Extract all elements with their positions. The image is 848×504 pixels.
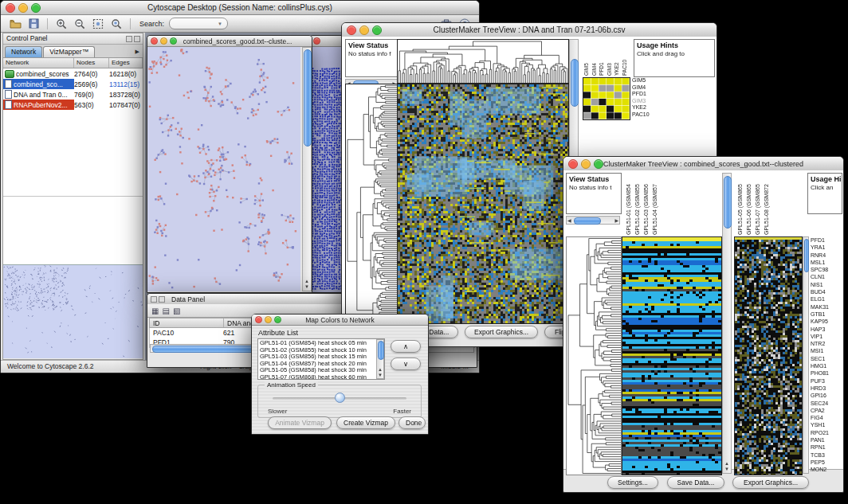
zoom-out-icon[interactable] <box>72 17 88 30</box>
attribute-item[interactable]: GPL51-04 (GSM857) heat shock 20 min <box>260 361 375 368</box>
gene-label[interactable]: YRA1 <box>811 244 842 251</box>
attribute-list[interactable]: GPL51-01 (GSM854) heat shock 05 minGPL51… <box>257 338 385 380</box>
open-folder-icon[interactable] <box>7 17 23 30</box>
minimize-button[interactable] <box>18 3 28 13</box>
create-vizmap-button[interactable]: Create Vizmap <box>336 416 395 429</box>
float-panel-icon[interactable] <box>151 296 157 303</box>
birdseye-view[interactable] <box>3 264 143 359</box>
close-button[interactable] <box>347 25 356 35</box>
matrix-row-label[interactable]: PAC10 <box>632 111 659 119</box>
done-button[interactable]: Done <box>398 416 426 429</box>
scroll-right-arrow[interactable]: ▶ <box>614 218 618 224</box>
treeview-dna-titlebar[interactable]: ClusterMaker TreeView : DNA and Tran 07-… <box>342 23 716 37</box>
gene-label[interactable]: GPI16 <box>811 392 842 399</box>
gene-label[interactable]: BUD4 <box>811 288 842 295</box>
gene-label[interactable]: TCB3 <box>811 451 842 459</box>
network-canvas[interactable] <box>147 47 300 291</box>
column-dendrogram[interactable] <box>397 39 569 84</box>
dialog-titlebar[interactable]: Map Colors to Network <box>252 315 428 326</box>
gene-label[interactable]: MAK31 <box>811 303 842 311</box>
close-button[interactable] <box>151 37 158 45</box>
network-list-row[interactable]: combined_scores2764(0)16218(0) <box>3 68 143 79</box>
main-titlebar[interactable]: Cytoscape Desktop (Session Name: collins… <box>1 1 479 15</box>
network-vertical-scrollbar[interactable]: ▲▼ <box>302 47 312 291</box>
settings-button[interactable]: Settings... <box>607 476 658 489</box>
gene-label[interactable]: PEP5 <box>811 459 842 466</box>
column-header-nodes[interactable]: Nodes <box>74 58 109 68</box>
network-list-row[interactable]: combined_sco...2569(6)13112(15) <box>3 79 143 89</box>
gene-label[interactable]: KAP95 <box>811 318 842 325</box>
gene-label[interactable]: RPO21 <box>811 429 842 436</box>
matrix-row-label[interactable]: GIM5 <box>632 77 659 84</box>
minimize-button[interactable] <box>359 25 369 35</box>
gene-label[interactable]: HRD3 <box>811 385 842 392</box>
export-graphics-button[interactable]: Export Graphics... <box>465 326 538 338</box>
scrollbar-thumb[interactable] <box>724 176 732 229</box>
minimize-button[interactable] <box>160 37 167 45</box>
gene-label[interactable]: RPN1 <box>811 443 842 451</box>
row-dendrogram[interactable] <box>566 236 622 475</box>
close-button[interactable] <box>255 316 262 323</box>
scrollbar-thumb[interactable] <box>571 59 579 107</box>
gene-label[interactable]: RNR4 <box>811 252 842 259</box>
gene-label[interactable]: NTR2 <box>811 340 842 347</box>
scrollbar-thumb[interactable] <box>304 49 312 147</box>
attribute-item[interactable]: GPL51-03 (GSM856) heat shock 15 min <box>260 354 375 361</box>
save-icon[interactable] <box>26 17 41 30</box>
network-list-row[interactable]: DNA and Tran 0...769(0)183728(0) <box>3 89 143 100</box>
matrix-row-label[interactable]: PFD1 <box>632 91 659 98</box>
attribute-item[interactable]: GPL51-02 (GSM855) heat shock 10 min <box>260 347 375 354</box>
close-button[interactable] <box>568 159 578 169</box>
close-button[interactable] <box>6 3 15 13</box>
export-graphics-button[interactable]: Export Graphics... <box>732 476 809 489</box>
scrollbar-thumb[interactable] <box>574 217 601 225</box>
search-input[interactable]: ▼ <box>169 18 228 29</box>
attribute-item[interactable]: GPL51-07 (GSM868) heat shock 60 min <box>260 374 375 380</box>
close-panel-icon[interactable] <box>159 296 165 303</box>
minimize-button[interactable] <box>581 159 591 169</box>
scrollbar-arrows[interactable]: ▲▼ <box>723 461 731 472</box>
tab-overflow-arrow[interactable]: ▶ <box>132 46 143 57</box>
save-data-button[interactable]: Save Data... <box>667 476 724 489</box>
gene-label[interactable]: HMG1 <box>811 362 842 369</box>
gene-label[interactable]: NIS1 <box>811 281 842 288</box>
close-button[interactable] <box>313 37 320 45</box>
gene-label[interactable]: FIG4 <box>811 414 842 421</box>
network-window-titlebar[interactable]: combined_scores_good.txt--cluste... <box>147 36 312 47</box>
attribute-select-icon[interactable]: ▦ <box>151 307 159 315</box>
column-header-edges[interactable]: Edges <box>109 58 143 68</box>
row-dendrogram[interactable] <box>345 84 398 324</box>
move-down-button[interactable]: ∨ <box>391 357 421 370</box>
zoom-fit-icon[interactable] <box>90 17 106 30</box>
matrix-row-label[interactable]: YKE2 <box>632 104 659 111</box>
gene-label[interactable]: SEC1 <box>811 355 842 362</box>
close-panel-icon[interactable] <box>134 36 140 42</box>
gene-label[interactable]: CLN1 <box>811 273 842 280</box>
gene-label[interactable]: HAP3 <box>811 326 842 333</box>
heatmap-vscrollbar[interactable]: ▲▼ <box>722 173 732 474</box>
gene-label[interactable]: MON2 <box>811 466 842 473</box>
column-header-network[interactable]: Network <box>3 58 74 68</box>
matrix-network-canvas[interactable] <box>310 47 345 292</box>
matrix-row-label[interactable]: GIM4 <box>632 84 659 92</box>
zoom-in-icon[interactable] <box>53 17 69 30</box>
tab-network[interactable]: Network <box>5 46 42 57</box>
heatmap-main[interactable] <box>622 236 722 475</box>
gene-label[interactable]: ELG1 <box>811 295 842 303</box>
treeview-combined-titlebar[interactable]: ClusterMaker TreeView : combined_scores_… <box>563 157 843 171</box>
gene-label[interactable]: CPA2 <box>811 407 842 414</box>
scroll-left-arrow[interactable]: ◀ <box>567 218 571 224</box>
gene-label[interactable]: MSI1 <box>811 347 842 354</box>
column-header-id[interactable]: ID <box>150 318 224 327</box>
gene-label[interactable]: PHO81 <box>811 369 842 377</box>
animate-vizmap-button[interactable]: Animate Vizmap <box>268 416 332 429</box>
attribute-item[interactable]: GPL51-05 (GSM858) heat shock 30 min <box>260 367 375 374</box>
heatmap-main[interactable] <box>397 84 569 324</box>
overview-vscrollbar[interactable] <box>803 236 809 474</box>
attribute-item[interactable]: GPL51-01 (GSM854) heat shock 05 min <box>260 340 375 347</box>
gene-label[interactable]: SPC98 <box>811 266 842 273</box>
matrix-row-label[interactable]: GIM3 <box>632 98 659 105</box>
move-up-button[interactable]: ∧ <box>391 340 421 353</box>
attribute-list-vscrollbar[interactable]: ▲▼ <box>376 339 384 379</box>
gene-label[interactable]: VIP1 <box>811 333 842 340</box>
